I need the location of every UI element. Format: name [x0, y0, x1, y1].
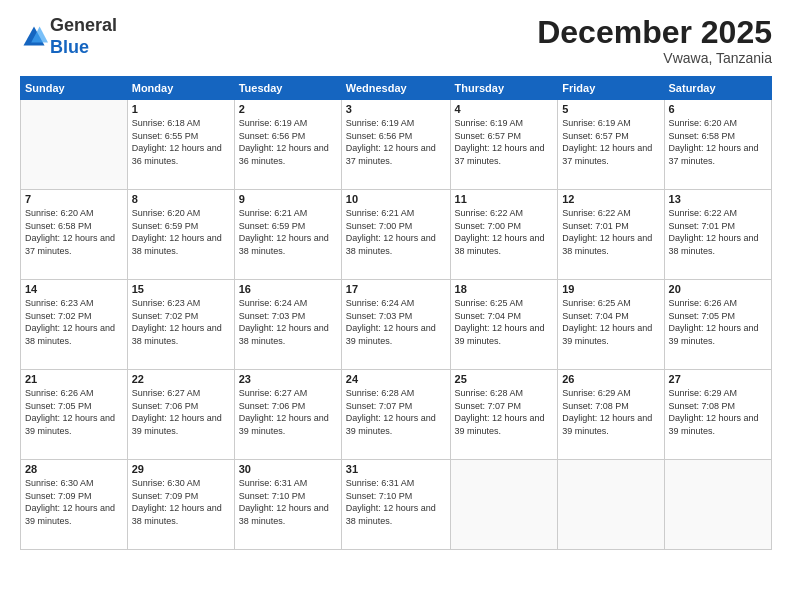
day-info: Sunrise: 6:30 AM Sunset: 7:09 PM Dayligh… [132, 477, 230, 527]
calendar-cell: 24Sunrise: 6:28 AM Sunset: 7:07 PM Dayli… [341, 370, 450, 460]
day-info: Sunrise: 6:21 AM Sunset: 6:59 PM Dayligh… [239, 207, 337, 257]
calendar-cell: 18Sunrise: 6:25 AM Sunset: 7:04 PM Dayli… [450, 280, 558, 370]
day-info: Sunrise: 6:28 AM Sunset: 7:07 PM Dayligh… [455, 387, 554, 437]
day-info: Sunrise: 6:31 AM Sunset: 7:10 PM Dayligh… [239, 477, 337, 527]
day-info: Sunrise: 6:26 AM Sunset: 7:05 PM Dayligh… [25, 387, 123, 437]
day-number: 23 [239, 373, 337, 385]
day-info: Sunrise: 6:19 AM Sunset: 6:57 PM Dayligh… [455, 117, 554, 167]
day-number: 13 [669, 193, 767, 205]
day-header-sunday: Sunday [21, 77, 128, 100]
calendar-cell: 26Sunrise: 6:29 AM Sunset: 7:08 PM Dayli… [558, 370, 664, 460]
day-number: 18 [455, 283, 554, 295]
page: General Blue December 2025 Vwawa, Tanzan… [0, 0, 792, 612]
day-header-wednesday: Wednesday [341, 77, 450, 100]
calendar-cell: 3Sunrise: 6:19 AM Sunset: 6:56 PM Daylig… [341, 100, 450, 190]
day-number: 25 [455, 373, 554, 385]
day-number: 3 [346, 103, 446, 115]
calendar-week-1: 1Sunrise: 6:18 AM Sunset: 6:55 PM Daylig… [21, 100, 772, 190]
calendar-cell: 21Sunrise: 6:26 AM Sunset: 7:05 PM Dayli… [21, 370, 128, 460]
calendar-cell [450, 460, 558, 550]
title-block: December 2025 Vwawa, Tanzania [537, 15, 772, 66]
day-info: Sunrise: 6:26 AM Sunset: 7:05 PM Dayligh… [669, 297, 767, 347]
calendar-table: SundayMondayTuesdayWednesdayThursdayFrid… [20, 76, 772, 550]
logo-general: General [50, 15, 117, 35]
calendar-cell: 27Sunrise: 6:29 AM Sunset: 7:08 PM Dayli… [664, 370, 771, 460]
day-number: 28 [25, 463, 123, 475]
day-number: 1 [132, 103, 230, 115]
day-number: 4 [455, 103, 554, 115]
day-number: 6 [669, 103, 767, 115]
location: Vwawa, Tanzania [537, 50, 772, 66]
day-number: 30 [239, 463, 337, 475]
calendar-cell: 2Sunrise: 6:19 AM Sunset: 6:56 PM Daylig… [234, 100, 341, 190]
day-info: Sunrise: 6:18 AM Sunset: 6:55 PM Dayligh… [132, 117, 230, 167]
day-info: Sunrise: 6:24 AM Sunset: 7:03 PM Dayligh… [346, 297, 446, 347]
day-number: 24 [346, 373, 446, 385]
day-number: 29 [132, 463, 230, 475]
calendar-cell [558, 460, 664, 550]
day-number: 21 [25, 373, 123, 385]
calendar-cell: 5Sunrise: 6:19 AM Sunset: 6:57 PM Daylig… [558, 100, 664, 190]
calendar-cell: 6Sunrise: 6:20 AM Sunset: 6:58 PM Daylig… [664, 100, 771, 190]
day-number: 22 [132, 373, 230, 385]
day-number: 5 [562, 103, 659, 115]
logo: General Blue [20, 15, 117, 58]
logo-icon [20, 23, 48, 51]
calendar-cell: 31Sunrise: 6:31 AM Sunset: 7:10 PM Dayli… [341, 460, 450, 550]
calendar-cell: 29Sunrise: 6:30 AM Sunset: 7:09 PM Dayli… [127, 460, 234, 550]
month-title: December 2025 [537, 15, 772, 50]
calendar-cell: 4Sunrise: 6:19 AM Sunset: 6:57 PM Daylig… [450, 100, 558, 190]
day-number: 16 [239, 283, 337, 295]
calendar-cell: 11Sunrise: 6:22 AM Sunset: 7:00 PM Dayli… [450, 190, 558, 280]
day-header-friday: Friday [558, 77, 664, 100]
calendar-week-2: 7Sunrise: 6:20 AM Sunset: 6:58 PM Daylig… [21, 190, 772, 280]
day-number: 8 [132, 193, 230, 205]
calendar-header-row: SundayMondayTuesdayWednesdayThursdayFrid… [21, 77, 772, 100]
day-info: Sunrise: 6:20 AM Sunset: 6:58 PM Dayligh… [25, 207, 123, 257]
calendar-cell: 1Sunrise: 6:18 AM Sunset: 6:55 PM Daylig… [127, 100, 234, 190]
calendar-cell: 22Sunrise: 6:27 AM Sunset: 7:06 PM Dayli… [127, 370, 234, 460]
day-info: Sunrise: 6:24 AM Sunset: 7:03 PM Dayligh… [239, 297, 337, 347]
day-info: Sunrise: 6:19 AM Sunset: 6:56 PM Dayligh… [239, 117, 337, 167]
calendar-cell: 16Sunrise: 6:24 AM Sunset: 7:03 PM Dayli… [234, 280, 341, 370]
calendar-cell: 12Sunrise: 6:22 AM Sunset: 7:01 PM Dayli… [558, 190, 664, 280]
day-info: Sunrise: 6:19 AM Sunset: 6:57 PM Dayligh… [562, 117, 659, 167]
day-number: 2 [239, 103, 337, 115]
day-header-monday: Monday [127, 77, 234, 100]
header: General Blue December 2025 Vwawa, Tanzan… [20, 15, 772, 66]
day-info: Sunrise: 6:29 AM Sunset: 7:08 PM Dayligh… [562, 387, 659, 437]
calendar-cell [664, 460, 771, 550]
day-header-saturday: Saturday [664, 77, 771, 100]
day-info: Sunrise: 6:21 AM Sunset: 7:00 PM Dayligh… [346, 207, 446, 257]
calendar-cell: 7Sunrise: 6:20 AM Sunset: 6:58 PM Daylig… [21, 190, 128, 280]
day-info: Sunrise: 6:29 AM Sunset: 7:08 PM Dayligh… [669, 387, 767, 437]
day-header-thursday: Thursday [450, 77, 558, 100]
calendar-cell: 23Sunrise: 6:27 AM Sunset: 7:06 PM Dayli… [234, 370, 341, 460]
calendar-cell: 20Sunrise: 6:26 AM Sunset: 7:05 PM Dayli… [664, 280, 771, 370]
day-number: 20 [669, 283, 767, 295]
calendar-cell: 10Sunrise: 6:21 AM Sunset: 7:00 PM Dayli… [341, 190, 450, 280]
calendar-cell: 9Sunrise: 6:21 AM Sunset: 6:59 PM Daylig… [234, 190, 341, 280]
calendar-cell: 8Sunrise: 6:20 AM Sunset: 6:59 PM Daylig… [127, 190, 234, 280]
calendar-week-3: 14Sunrise: 6:23 AM Sunset: 7:02 PM Dayli… [21, 280, 772, 370]
day-number: 17 [346, 283, 446, 295]
day-info: Sunrise: 6:20 AM Sunset: 6:58 PM Dayligh… [669, 117, 767, 167]
day-number: 11 [455, 193, 554, 205]
calendar-cell: 19Sunrise: 6:25 AM Sunset: 7:04 PM Dayli… [558, 280, 664, 370]
day-info: Sunrise: 6:25 AM Sunset: 7:04 PM Dayligh… [455, 297, 554, 347]
day-number: 27 [669, 373, 767, 385]
day-number: 15 [132, 283, 230, 295]
day-number: 10 [346, 193, 446, 205]
calendar-cell: 28Sunrise: 6:30 AM Sunset: 7:09 PM Dayli… [21, 460, 128, 550]
day-number: 9 [239, 193, 337, 205]
calendar-cell [21, 100, 128, 190]
calendar-cell: 17Sunrise: 6:24 AM Sunset: 7:03 PM Dayli… [341, 280, 450, 370]
day-info: Sunrise: 6:23 AM Sunset: 7:02 PM Dayligh… [132, 297, 230, 347]
day-number: 19 [562, 283, 659, 295]
day-header-tuesday: Tuesday [234, 77, 341, 100]
day-info: Sunrise: 6:22 AM Sunset: 7:01 PM Dayligh… [562, 207, 659, 257]
day-info: Sunrise: 6:31 AM Sunset: 7:10 PM Dayligh… [346, 477, 446, 527]
calendar-week-4: 21Sunrise: 6:26 AM Sunset: 7:05 PM Dayli… [21, 370, 772, 460]
logo-text: General Blue [50, 15, 117, 58]
day-number: 26 [562, 373, 659, 385]
